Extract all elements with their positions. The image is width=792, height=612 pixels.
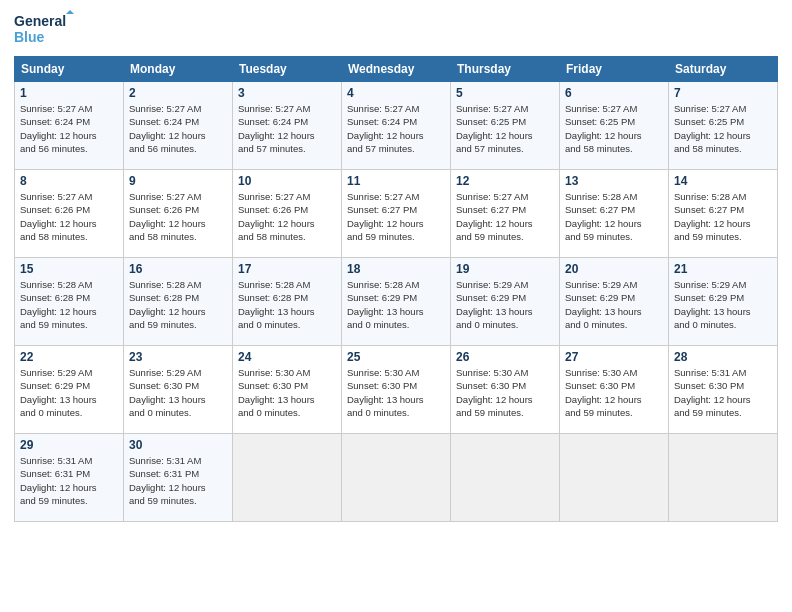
day-info: Sunrise: 5:31 AM Sunset: 6:31 PM Dayligh… [129,454,227,507]
calendar-cell: 6Sunrise: 5:27 AM Sunset: 6:25 PM Daylig… [560,82,669,170]
weekday-header-row: SundayMondayTuesdayWednesdayThursdayFrid… [15,57,778,82]
day-info: Sunrise: 5:28 AM Sunset: 6:28 PM Dayligh… [238,278,336,331]
day-number: 30 [129,438,227,452]
day-number: 23 [129,350,227,364]
day-info: Sunrise: 5:30 AM Sunset: 6:30 PM Dayligh… [456,366,554,419]
calendar-cell: 11Sunrise: 5:27 AM Sunset: 6:27 PM Dayli… [342,170,451,258]
calendar-cell [451,434,560,522]
day-number: 28 [674,350,772,364]
calendar-table: SundayMondayTuesdayWednesdayThursdayFrid… [14,56,778,522]
weekday-monday: Monday [124,57,233,82]
day-number: 5 [456,86,554,100]
day-info: Sunrise: 5:30 AM Sunset: 6:30 PM Dayligh… [347,366,445,419]
calendar-cell: 15Sunrise: 5:28 AM Sunset: 6:28 PM Dayli… [15,258,124,346]
calendar-cell: 28Sunrise: 5:31 AM Sunset: 6:30 PM Dayli… [669,346,778,434]
calendar-cell: 30Sunrise: 5:31 AM Sunset: 6:31 PM Dayli… [124,434,233,522]
logo-svg: General Blue [14,10,74,50]
calendar-cell: 18Sunrise: 5:28 AM Sunset: 6:29 PM Dayli… [342,258,451,346]
day-info: Sunrise: 5:28 AM Sunset: 6:28 PM Dayligh… [20,278,118,331]
day-info: Sunrise: 5:27 AM Sunset: 6:26 PM Dayligh… [238,190,336,243]
day-info: Sunrise: 5:29 AM Sunset: 6:29 PM Dayligh… [20,366,118,419]
day-number: 11 [347,174,445,188]
day-info: Sunrise: 5:27 AM Sunset: 6:25 PM Dayligh… [456,102,554,155]
svg-text:General: General [14,13,66,29]
day-number: 27 [565,350,663,364]
day-info: Sunrise: 5:27 AM Sunset: 6:24 PM Dayligh… [347,102,445,155]
calendar-cell: 9Sunrise: 5:27 AM Sunset: 6:26 PM Daylig… [124,170,233,258]
svg-text:Blue: Blue [14,29,45,45]
day-number: 15 [20,262,118,276]
day-info: Sunrise: 5:27 AM Sunset: 6:26 PM Dayligh… [129,190,227,243]
day-number: 19 [456,262,554,276]
calendar-cell: 27Sunrise: 5:30 AM Sunset: 6:30 PM Dayli… [560,346,669,434]
calendar-cell [342,434,451,522]
day-number: 7 [674,86,772,100]
day-number: 13 [565,174,663,188]
week-row-1: 1Sunrise: 5:27 AM Sunset: 6:24 PM Daylig… [15,82,778,170]
calendar-cell: 23Sunrise: 5:29 AM Sunset: 6:30 PM Dayli… [124,346,233,434]
day-info: Sunrise: 5:28 AM Sunset: 6:28 PM Dayligh… [129,278,227,331]
calendar-cell: 13Sunrise: 5:28 AM Sunset: 6:27 PM Dayli… [560,170,669,258]
calendar-cell: 16Sunrise: 5:28 AM Sunset: 6:28 PM Dayli… [124,258,233,346]
calendar-cell: 10Sunrise: 5:27 AM Sunset: 6:26 PM Dayli… [233,170,342,258]
day-number: 9 [129,174,227,188]
calendar-cell: 14Sunrise: 5:28 AM Sunset: 6:27 PM Dayli… [669,170,778,258]
day-info: Sunrise: 5:30 AM Sunset: 6:30 PM Dayligh… [238,366,336,419]
week-row-5: 29Sunrise: 5:31 AM Sunset: 6:31 PM Dayli… [15,434,778,522]
day-number: 6 [565,86,663,100]
day-info: Sunrise: 5:29 AM Sunset: 6:29 PM Dayligh… [674,278,772,331]
day-number: 29 [20,438,118,452]
logo: General Blue [14,10,74,50]
weekday-friday: Friday [560,57,669,82]
weekday-sunday: Sunday [15,57,124,82]
day-number: 25 [347,350,445,364]
calendar-cell: 19Sunrise: 5:29 AM Sunset: 6:29 PM Dayli… [451,258,560,346]
calendar-page: General Blue SundayMondayTuesdayWednesda… [0,0,792,612]
weekday-wednesday: Wednesday [342,57,451,82]
day-info: Sunrise: 5:31 AM Sunset: 6:31 PM Dayligh… [20,454,118,507]
day-info: Sunrise: 5:27 AM Sunset: 6:27 PM Dayligh… [456,190,554,243]
day-number: 12 [456,174,554,188]
day-info: Sunrise: 5:27 AM Sunset: 6:24 PM Dayligh… [238,102,336,155]
day-number: 16 [129,262,227,276]
calendar-cell: 12Sunrise: 5:27 AM Sunset: 6:27 PM Dayli… [451,170,560,258]
day-info: Sunrise: 5:29 AM Sunset: 6:29 PM Dayligh… [565,278,663,331]
day-info: Sunrise: 5:27 AM Sunset: 6:25 PM Dayligh… [565,102,663,155]
calendar-cell [560,434,669,522]
calendar-cell: 29Sunrise: 5:31 AM Sunset: 6:31 PM Dayli… [15,434,124,522]
calendar-cell: 7Sunrise: 5:27 AM Sunset: 6:25 PM Daylig… [669,82,778,170]
day-number: 17 [238,262,336,276]
day-number: 2 [129,86,227,100]
calendar-cell: 22Sunrise: 5:29 AM Sunset: 6:29 PM Dayli… [15,346,124,434]
weekday-thursday: Thursday [451,57,560,82]
day-info: Sunrise: 5:29 AM Sunset: 6:29 PM Dayligh… [456,278,554,331]
day-info: Sunrise: 5:30 AM Sunset: 6:30 PM Dayligh… [565,366,663,419]
calendar-cell: 5Sunrise: 5:27 AM Sunset: 6:25 PM Daylig… [451,82,560,170]
day-number: 22 [20,350,118,364]
day-info: Sunrise: 5:28 AM Sunset: 6:27 PM Dayligh… [674,190,772,243]
svg-marker-2 [66,10,74,14]
calendar-cell: 24Sunrise: 5:30 AM Sunset: 6:30 PM Dayli… [233,346,342,434]
day-number: 20 [565,262,663,276]
day-number: 24 [238,350,336,364]
day-info: Sunrise: 5:27 AM Sunset: 6:26 PM Dayligh… [20,190,118,243]
day-info: Sunrise: 5:29 AM Sunset: 6:30 PM Dayligh… [129,366,227,419]
day-info: Sunrise: 5:27 AM Sunset: 6:24 PM Dayligh… [129,102,227,155]
day-number: 3 [238,86,336,100]
weekday-tuesday: Tuesday [233,57,342,82]
day-info: Sunrise: 5:31 AM Sunset: 6:30 PM Dayligh… [674,366,772,419]
day-info: Sunrise: 5:27 AM Sunset: 6:24 PM Dayligh… [20,102,118,155]
calendar-cell: 26Sunrise: 5:30 AM Sunset: 6:30 PM Dayli… [451,346,560,434]
calendar-cell: 17Sunrise: 5:28 AM Sunset: 6:28 PM Dayli… [233,258,342,346]
calendar-cell: 25Sunrise: 5:30 AM Sunset: 6:30 PM Dayli… [342,346,451,434]
day-number: 21 [674,262,772,276]
calendar-cell: 8Sunrise: 5:27 AM Sunset: 6:26 PM Daylig… [15,170,124,258]
day-info: Sunrise: 5:28 AM Sunset: 6:29 PM Dayligh… [347,278,445,331]
day-number: 26 [456,350,554,364]
day-number: 4 [347,86,445,100]
header: General Blue [14,10,778,50]
calendar-cell: 1Sunrise: 5:27 AM Sunset: 6:24 PM Daylig… [15,82,124,170]
calendar-cell: 4Sunrise: 5:27 AM Sunset: 6:24 PM Daylig… [342,82,451,170]
calendar-cell: 21Sunrise: 5:29 AM Sunset: 6:29 PM Dayli… [669,258,778,346]
day-info: Sunrise: 5:28 AM Sunset: 6:27 PM Dayligh… [565,190,663,243]
